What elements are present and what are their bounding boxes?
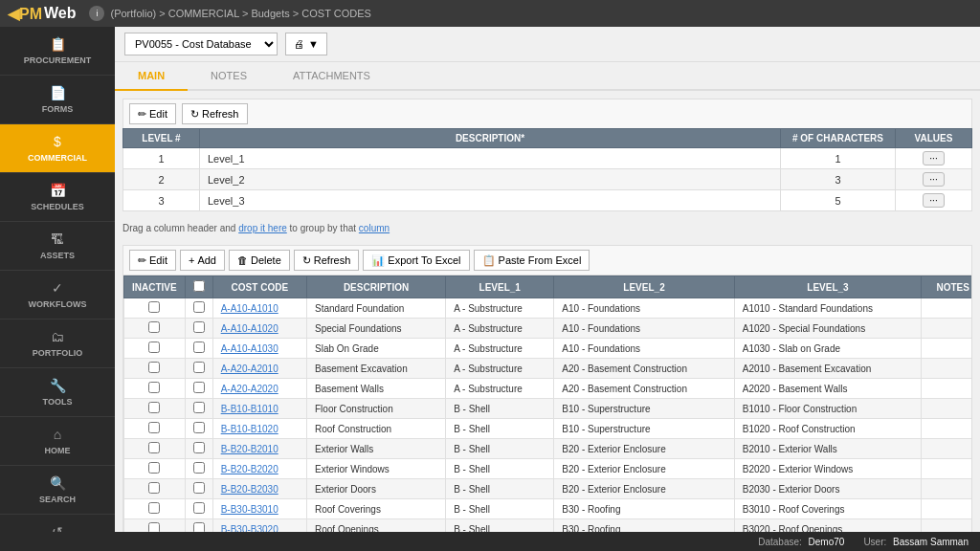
paste-excel-button[interactable]: 📋 Paste From Excel bbox=[474, 250, 590, 271]
cost-code-link[interactable]: B-B30-B3020 bbox=[221, 524, 278, 533]
cost-code-col-header: COST CODE bbox=[212, 276, 306, 298]
tab-notes[interactable]: NOTES bbox=[188, 62, 270, 91]
export-excel-button[interactable]: 📊 Export To Excel bbox=[363, 250, 469, 271]
inactive-cell bbox=[124, 499, 186, 519]
row-checkbox[interactable] bbox=[193, 342, 205, 353]
level2-cell: A10 - Foundations bbox=[554, 339, 734, 359]
inactive-cell bbox=[124, 379, 186, 399]
print-icon: 🖨 bbox=[294, 38, 304, 50]
sidebar-item-commercial[interactable]: $ COMMERCIAL bbox=[0, 124, 115, 173]
row-checkbox[interactable] bbox=[193, 362, 205, 373]
row-checkbox[interactable] bbox=[193, 422, 205, 433]
row-checkbox[interactable] bbox=[193, 502, 205, 514]
level-values-button[interactable]: ··· bbox=[923, 172, 944, 187]
level-values-button[interactable]: ··· bbox=[923, 193, 944, 208]
level1-cell: A - Substructure bbox=[446, 359, 554, 379]
sidebar-item-assets[interactable]: 🏗 ASSETS bbox=[0, 222, 115, 271]
cost-code-cell: B-B10-B1010 bbox=[212, 399, 306, 419]
row-checkbox[interactable] bbox=[193, 321, 205, 333]
row-checkbox[interactable] bbox=[193, 442, 205, 453]
sidebar: 📋 PROCUREMENT 📄 FORMS $ COMMERCIAL 📅 SCH… bbox=[0, 27, 115, 532]
tab-attachments[interactable]: ATTACHMENTS bbox=[270, 62, 393, 91]
sidebar-item-tools[interactable]: 🔧 TOOLs bbox=[0, 368, 115, 417]
column-link: column bbox=[359, 223, 390, 233]
inactive-checkbox[interactable] bbox=[148, 362, 160, 373]
inactive-checkbox[interactable] bbox=[148, 502, 160, 514]
row-checkbox[interactable] bbox=[193, 482, 205, 494]
sidebar-item-home[interactable]: ⌂ HOME bbox=[0, 417, 115, 466]
tools-icon: 🔧 bbox=[50, 378, 66, 393]
cost-edit-button[interactable]: ✏ Edit bbox=[129, 250, 176, 271]
cost-code-cell: B-B30-B3010 bbox=[212, 499, 306, 519]
description-cell: Special Foundations bbox=[307, 319, 446, 339]
sidebar-item-portfolio[interactable]: 🗂 PORTFOLIO bbox=[0, 320, 115, 368]
cost-code-cell: A-A10-A1010 bbox=[212, 298, 306, 319]
sidebar-item-schedules[interactable]: 📅 SCHEDULES bbox=[0, 173, 115, 222]
inactive-checkbox[interactable] bbox=[148, 342, 160, 353]
description-cell: Basement Walls bbox=[307, 379, 446, 399]
row-checkbox[interactable] bbox=[193, 402, 205, 413]
sidebar-item-procurement[interactable]: 📋 PROCUREMENT bbox=[0, 27, 115, 76]
check-col-header bbox=[185, 276, 212, 298]
sidebar-item-search[interactable]: 🔍 SEARCH bbox=[0, 466, 115, 515]
drop-link: drop it here bbox=[238, 223, 287, 233]
inactive-checkbox[interactable] bbox=[148, 482, 160, 494]
add-icon: + bbox=[189, 254, 194, 266]
row-checkbox[interactable] bbox=[193, 522, 205, 532]
level1-cell: B - Shell bbox=[446, 459, 554, 479]
procurement-label: PROCUREMENT bbox=[24, 55, 92, 65]
level-description: Level_1 bbox=[200, 148, 781, 169]
select-all-checkbox[interactable] bbox=[193, 280, 205, 292]
inactive-checkbox[interactable] bbox=[148, 462, 160, 474]
cost-code-link[interactable]: A-A10-A1020 bbox=[221, 323, 278, 334]
level-characters: 5 bbox=[781, 190, 896, 211]
inactive-checkbox[interactable] bbox=[148, 382, 160, 393]
schedules-label: SCHEDULES bbox=[31, 202, 84, 211]
level3-cell: B3010 - Roof Coverings bbox=[734, 499, 922, 519]
sidebar-item-forms[interactable]: 📄 FORMS bbox=[0, 76, 115, 124]
description-cell: Roof Construction bbox=[307, 419, 446, 439]
cost-delete-button[interactable]: 🗑 Delete bbox=[229, 250, 290, 271]
level3-cell: A1010 - Standard Foundations bbox=[734, 298, 922, 319]
cost-code-link[interactable]: B-B10-B1010 bbox=[221, 404, 278, 414]
cost-table-row: A-A10-A1020 Special Foundations A - Subs… bbox=[124, 319, 973, 339]
cost-code-link[interactable]: A-A10-A1010 bbox=[221, 303, 278, 314]
inactive-checkbox[interactable] bbox=[148, 442, 160, 453]
level-edit-button[interactable]: ✏ Edit bbox=[129, 103, 176, 124]
inactive-checkbox[interactable] bbox=[148, 402, 160, 413]
select-cell bbox=[185, 459, 212, 479]
sidebar-item-recent[interactable]: ↺ RECENT bbox=[0, 515, 115, 532]
cost-code-link[interactable]: B-B20-B2020 bbox=[221, 464, 278, 474]
cost-code-link[interactable]: B-B30-B3010 bbox=[221, 504, 278, 515]
sidebar-item-workflows[interactable]: ✓ WORKFLOWS bbox=[0, 271, 115, 320]
level-refresh-button[interactable]: ↻ Refresh bbox=[182, 103, 248, 124]
info-icon[interactable]: i bbox=[89, 6, 104, 21]
cost-code-cell: B-B20-B2010 bbox=[212, 439, 306, 459]
level2-cell: B10 - Superstructure bbox=[554, 419, 734, 439]
inactive-checkbox[interactable] bbox=[148, 321, 160, 333]
level-number: 2 bbox=[123, 169, 200, 190]
cost-database-dropdown[interactable]: PV0055 - Cost Database bbox=[124, 33, 278, 55]
tab-main[interactable]: MAIN bbox=[115, 62, 188, 91]
cost-code-link[interactable]: A-A10-A1030 bbox=[221, 343, 278, 354]
row-checkbox[interactable] bbox=[193, 301, 205, 313]
cost-code-link[interactable]: A-A20-A2010 bbox=[221, 364, 278, 374]
inactive-cell bbox=[124, 359, 186, 379]
cost-add-button[interactable]: + Add bbox=[180, 250, 225, 271]
cost-refresh-button[interactable]: ↻ Refresh bbox=[294, 250, 360, 271]
cost-code-link[interactable]: A-A20-A2020 bbox=[221, 384, 278, 394]
level3-cell: B2020 - Exterior Windows bbox=[734, 459, 922, 479]
inactive-checkbox[interactable] bbox=[148, 522, 160, 532]
inactive-checkbox[interactable] bbox=[148, 422, 160, 433]
inactive-checkbox[interactable] bbox=[148, 301, 160, 313]
description-col-header: DESCRIPTION* bbox=[200, 129, 781, 148]
print-button[interactable]: 🖨 ▼ bbox=[285, 33, 327, 55]
level-values-button[interactable]: ··· bbox=[923, 151, 944, 165]
cost-code-link[interactable]: B-B20-B2030 bbox=[221, 484, 278, 495]
cost-code-link[interactable]: B-B20-B2010 bbox=[221, 444, 278, 454]
cost-table-row: B-B10-B1020 Roof Construction B - Shell … bbox=[124, 419, 973, 439]
inactive-cell bbox=[124, 479, 186, 499]
row-checkbox[interactable] bbox=[193, 462, 205, 474]
row-checkbox[interactable] bbox=[193, 382, 205, 393]
cost-code-link[interactable]: B-B10-B1020 bbox=[221, 424, 278, 434]
